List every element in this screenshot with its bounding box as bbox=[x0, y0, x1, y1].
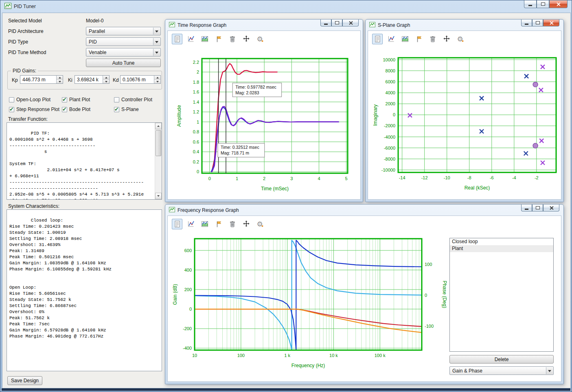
svg-text:Phase (Deg): Phase (Deg) bbox=[442, 281, 447, 308]
kd-value[interactable]: 0.10676 m bbox=[121, 76, 154, 83]
titlebar[interactable]: PID Tuner bbox=[0, 0, 572, 13]
report-tool-button[interactable] bbox=[172, 34, 182, 44]
frequency-response-plot[interactable]: 101001 k10 k100 k-400-2000200400600-1000… bbox=[169, 232, 456, 381]
s-plane-toolbar: ⚙ bbox=[372, 33, 466, 45]
time-response-plot[interactable]: Time: 0.597782 msecMag: 2.0283Time: 0.32… bbox=[169, 48, 361, 199]
open-loop-plot-checkbox[interactable] bbox=[9, 97, 14, 102]
ki-step-down[interactable] bbox=[103, 80, 109, 83]
checkbox-bode-plot[interactable]: Bode Plot bbox=[62, 107, 90, 112]
scrollbar-thumb[interactable] bbox=[156, 130, 161, 156]
s-plane-window-maximize-button[interactable] bbox=[532, 20, 543, 26]
legend-tool-button[interactable] bbox=[414, 34, 424, 44]
window-controls bbox=[524, 0, 568, 8]
svg-text:-14: -14 bbox=[399, 175, 405, 180]
step-response-plot-checkbox[interactable] bbox=[9, 107, 14, 112]
s-plane-checkbox[interactable] bbox=[114, 107, 119, 112]
time-window-close-button[interactable] bbox=[342, 20, 359, 26]
main-window-maximize-button[interactable] bbox=[537, 0, 549, 8]
svg-text:1: 1 bbox=[197, 120, 199, 124]
s-plane-title: S-Plane Graph bbox=[378, 22, 410, 28]
pid-architecture-select[interactable]: Parallel bbox=[86, 27, 161, 35]
checkbox-plant-plot[interactable]: Plant Plot bbox=[62, 97, 90, 102]
pid-tune-method-value: Venable bbox=[89, 50, 106, 55]
kp-value[interactable]: 446.773 m bbox=[20, 76, 56, 83]
frequency-window-maximize-button[interactable] bbox=[532, 205, 543, 211]
plant-plot-checkbox[interactable] bbox=[62, 97, 67, 102]
checkbox-s-plane[interactable]: S-Plane bbox=[114, 107, 139, 112]
legend-tool-button[interactable] bbox=[213, 219, 224, 229]
svg-text:6000: 6000 bbox=[386, 79, 395, 84]
svg-text:1.6: 1.6 bbox=[193, 89, 199, 94]
report-tool-button[interactable] bbox=[172, 219, 182, 229]
report-tool-button[interactable] bbox=[372, 34, 383, 44]
delete-tool-button[interactable] bbox=[227, 34, 238, 44]
kd-step-up[interactable] bbox=[154, 76, 160, 80]
svg-text:0: 0 bbox=[197, 169, 199, 174]
curve-style-tool-button[interactable] bbox=[386, 34, 397, 44]
transfer-function-text: PID TF: 0.0001068 s^2 + 0.4468 s + 3698 … bbox=[9, 131, 144, 200]
time-window-minimize-button[interactable] bbox=[320, 20, 331, 26]
transfer-function-scrollbar[interactable] bbox=[155, 123, 162, 199]
scroll-down-icon[interactable] bbox=[155, 193, 162, 199]
settings-tool-button[interactable]: ⚙ bbox=[255, 219, 265, 229]
settings-icon: ⚙ bbox=[256, 35, 264, 43]
s-plane-plot[interactable]: -14-12-10-8-6-4-2-10000-8000-6000-4000-2… bbox=[369, 48, 562, 199]
pid-type-select[interactable]: PID bbox=[86, 37, 161, 46]
curve-style-tool-button[interactable] bbox=[186, 219, 196, 229]
delete-icon bbox=[228, 220, 237, 228]
ki-input[interactable]: 3.69824 k bbox=[75, 75, 110, 84]
settings-tool-button[interactable]: ⚙ bbox=[255, 34, 265, 44]
delete-button[interactable]: Delete bbox=[449, 355, 554, 364]
auto-tune-button[interactable]: Auto Tune bbox=[86, 59, 161, 67]
plot-options-tool-button[interactable] bbox=[199, 219, 210, 229]
kp-input[interactable]: 446.773 m bbox=[20, 75, 63, 84]
frequency-window-minimize-button[interactable] bbox=[521, 205, 532, 211]
kp-step-up[interactable] bbox=[57, 76, 63, 80]
curve-style-tool-button[interactable] bbox=[186, 34, 196, 44]
kd-input[interactable]: 0.10676 m bbox=[120, 75, 161, 84]
delete-tool-button[interactable] bbox=[227, 219, 238, 229]
kp-stepper bbox=[56, 76, 63, 83]
pan-tool-button[interactable] bbox=[241, 219, 252, 229]
controller-plot-checkbox[interactable] bbox=[114, 97, 119, 102]
main-window-close-button[interactable] bbox=[549, 0, 568, 8]
pid-tune-method-select[interactable]: Venable bbox=[86, 48, 161, 57]
plot-options-tool-button[interactable] bbox=[400, 34, 410, 44]
ki-step-up[interactable] bbox=[103, 76, 109, 80]
scroll-up-icon[interactable] bbox=[155, 123, 162, 129]
save-design-button[interactable]: Save Design bbox=[7, 376, 42, 385]
checkbox-open-loop-plot[interactable]: Open-Loop Plot bbox=[9, 97, 50, 102]
list-item-plant[interactable]: Plant bbox=[450, 245, 553, 252]
report-icon bbox=[173, 35, 181, 43]
frequency-window-close-button[interactable] bbox=[543, 205, 559, 211]
pan-tool-button[interactable] bbox=[441, 34, 452, 44]
plot-options-tool-button[interactable] bbox=[199, 34, 210, 44]
kd-step-down[interactable] bbox=[154, 80, 160, 83]
svg-text:Mag: 2.0283: Mag: 2.0283 bbox=[235, 90, 259, 95]
s-plane-window-minimize-button[interactable] bbox=[521, 20, 532, 26]
list-item-closed-loop[interactable]: Closed loop bbox=[450, 238, 553, 245]
chart-icon bbox=[169, 22, 175, 28]
legend-tool-button[interactable] bbox=[213, 34, 224, 44]
main-window-minimize-button[interactable] bbox=[524, 0, 537, 8]
s-plane-window-close-button[interactable] bbox=[543, 20, 559, 26]
s-plane-titlebar[interactable]: S-Plane Graph bbox=[369, 22, 410, 28]
curve-style-icon bbox=[187, 220, 195, 228]
svg-text:-6000: -6000 bbox=[384, 146, 395, 150]
svg-text:Imaginary: Imaginary bbox=[373, 105, 378, 126]
pan-tool-button[interactable] bbox=[241, 34, 252, 44]
plot-type-select[interactable]: Gain & Phase bbox=[449, 366, 554, 375]
kp-step-down[interactable] bbox=[57, 80, 63, 83]
time-window-maximize-button[interactable] bbox=[331, 20, 342, 26]
frequency-response-titlebar[interactable]: Frequency Response Graph bbox=[169, 207, 239, 213]
checkbox-step-response-plot[interactable]: Step Response Plot bbox=[9, 107, 59, 112]
settings-tool-button[interactable]: ⚙ bbox=[455, 34, 466, 44]
delete-tool-button[interactable] bbox=[427, 34, 438, 44]
plotted-systems-list[interactable]: Closed loop Plant bbox=[449, 238, 554, 352]
checkbox-controller-plot[interactable]: Controller Plot bbox=[114, 97, 152, 102]
legend-icon bbox=[215, 220, 223, 228]
bode-plot-checkbox[interactable] bbox=[62, 107, 67, 112]
ki-value[interactable]: 3.69824 k bbox=[75, 76, 103, 83]
time-response-titlebar[interactable]: Time Response Graph bbox=[169, 22, 226, 28]
window-title: PID Tuner bbox=[14, 4, 36, 9]
